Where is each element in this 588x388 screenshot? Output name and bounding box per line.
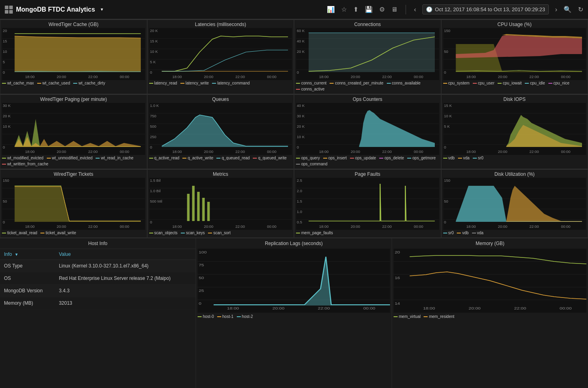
svg-text:150: 150	[444, 179, 450, 183]
svg-text:5: 5	[3, 60, 5, 64]
svg-text:1.0 K: 1.0 K	[150, 104, 159, 108]
svg-text:30 K: 30 K	[297, 114, 305, 118]
chart-wt-paging-title: WiredTiger Paging (per minute)	[2, 96, 145, 102]
chart-cpu-title: CPU Usage (%)	[443, 22, 586, 27]
chart-latencies-legend: latency_read latency_write latency_comma…	[149, 80, 292, 86]
svg-text:10: 10	[3, 50, 7, 54]
svg-text:10 K: 10 K	[444, 114, 452, 118]
svg-text:18:00: 18:00	[25, 225, 35, 229]
host-info-table: Info ▼ Value OS Type Linux (Kernel 3.10.…	[0, 249, 196, 310]
svg-text:22:00: 22:00	[529, 75, 539, 79]
svg-marker-177	[214, 257, 390, 306]
date-range-display[interactable]: 🕐 Oct 12, 2017 16:08:54 to Oct 13, 2017 …	[422, 4, 548, 14]
svg-text:00:00: 00:00	[414, 225, 423, 229]
chart-cpu-legend: cpu_system cpu_user cpu_iowait cpu_idle …	[443, 80, 586, 86]
svg-text:0: 0	[150, 70, 152, 74]
monitor-icon[interactable]: 🖥	[391, 6, 398, 13]
svg-text:20 K: 20 K	[297, 50, 305, 54]
logo-icon	[5, 6, 13, 14]
svg-text:75: 75	[199, 263, 204, 267]
svg-rect-135	[207, 202, 210, 221]
svg-text:18:00: 18:00	[319, 75, 329, 79]
svg-text:00:00: 00:00	[120, 225, 129, 229]
chart-disk-util-area: 150 50 0 18:00 20:00 22:00 00:00	[443, 178, 586, 230]
app-dropdown-caret[interactable]: ▼	[100, 7, 104, 12]
svg-text:100: 100	[199, 250, 207, 254]
svg-text:16: 16	[395, 276, 400, 280]
svg-text:18:00: 18:00	[466, 150, 476, 154]
svg-text:40 K: 40 K	[297, 39, 305, 43]
svg-text:0: 0	[3, 145, 5, 149]
svg-text:20:00: 20:00	[351, 150, 360, 154]
row-info: OS	[0, 272, 55, 285]
chart-disk-util-legend: sr0 vdb vda	[443, 230, 586, 236]
chart-ops-title: Ops Counters	[296, 96, 439, 102]
prev-icon[interactable]: ‹	[414, 6, 416, 13]
row-value: 32013	[55, 297, 196, 310]
svg-text:20 K: 20 K	[297, 125, 305, 129]
chart-disk-util: Disk Utilization (%) 150 50 0 18:00 20:0…	[441, 169, 588, 238]
svg-text:2.0: 2.0	[297, 189, 302, 193]
replication-legend: host-0 host-1 host-2	[196, 313, 392, 320]
row-value: Linux (Kernel 3.10.0-327.10.1.el7.x86_64…	[55, 260, 196, 272]
next-icon[interactable]: ›	[555, 6, 557, 13]
svg-text:500: 500	[150, 125, 156, 129]
row-value: 3.4.3	[55, 285, 196, 297]
refresh-icon[interactable]: ↻	[578, 6, 583, 13]
chart-queues-legend: q_active_read q_active_write q_queued_re…	[149, 155, 292, 161]
table-row: Memory (MB) 32013	[0, 297, 196, 310]
svg-text:20:00: 20:00	[57, 75, 66, 79]
chart-page-faults-area: 2.5 2.0 1.5 1.0 0.5 18:00 20:00 22:00 00…	[296, 178, 439, 230]
chart-latencies-area: 20 K 15 K 10 K 5 K 0 18:00 20:00 22:00 0…	[149, 28, 292, 80]
replication-chart-area: 100 75 50 25 0 18:00 20:00 22:00 00:00	[198, 249, 390, 313]
star-icon[interactable]: ☆	[341, 6, 347, 13]
svg-text:00:00: 00:00	[120, 150, 129, 154]
chart-wt-paging-area: 30 K 20 K 10 K 0 18:00 20:00 22:00 00:00	[2, 103, 145, 155]
chart-wt-cache: WiredTiger Cache (GB) 20 15 10 5 0	[0, 20, 147, 94]
svg-text:22:00: 22:00	[235, 150, 245, 154]
header-toolbar: 📊 ☆ ⬆ 💾 ⚙ 🖥 ‹ 🕐 Oct 12, 2017 16:08:54 to…	[327, 4, 583, 14]
svg-marker-163	[506, 186, 582, 222]
svg-text:15 K: 15 K	[150, 39, 158, 43]
svg-text:18:00: 18:00	[227, 306, 239, 310]
save-icon[interactable]: 💾	[365, 6, 373, 13]
col-info[interactable]: Info ▼	[0, 249, 55, 260]
share-icon[interactable]: ⬆	[353, 6, 358, 13]
chart-wt-cache-area: 20 15 10 5 0 18:00 20:00 22:00 0	[2, 28, 145, 80]
svg-text:20 K: 20 K	[150, 29, 158, 33]
svg-text:30 K: 30 K	[3, 104, 11, 108]
svg-text:1.0 Bil: 1.0 Bil	[150, 189, 160, 193]
chart-disk-iops: Disk IOPS 15 K 10 K 5 K 0 18:00 20:0	[441, 94, 588, 169]
replication-panel: Replication Lags (seconds) 100 75 50 25 …	[196, 238, 392, 388]
host-info-panel: Host Info Info ▼ Value OS Type Linux (Ke…	[0, 238, 196, 388]
svg-text:18:00: 18:00	[423, 306, 435, 310]
chart-connections-area: 60 K 40 K 20 K 0 18:00 20:00 22:00 00:00	[296, 28, 439, 80]
svg-text:750: 750	[150, 114, 156, 118]
svg-marker-9	[15, 36, 141, 72]
svg-text:22:00: 22:00	[529, 150, 539, 154]
svg-text:15 K: 15 K	[444, 104, 452, 108]
svg-text:25: 25	[199, 289, 204, 293]
row-info: OS Type	[0, 260, 55, 272]
svg-marker-118	[15, 186, 141, 222]
search-icon[interactable]: 🔍	[564, 6, 572, 13]
svg-text:18:00: 18:00	[25, 75, 35, 79]
clock-icon: 🕐	[426, 6, 432, 12]
chart-cpu: CPU Usage (%) 150 50 0	[441, 20, 588, 94]
svg-text:0: 0	[150, 145, 152, 149]
date-range-text: Oct 12, 2017 16:08:54 to Oct 13, 2017 00…	[435, 6, 545, 12]
svg-text:22:00: 22:00	[529, 225, 539, 229]
bottom-section: Host Info Info ▼ Value OS Type Linux (Ke…	[0, 238, 588, 388]
header: MongoDB FTDC Analytics ▼ 📊 ☆ ⬆ 💾 ⚙ 🖥 ‹ 🕐…	[0, 0, 588, 19]
chart-icon[interactable]: 📊	[327, 6, 335, 13]
memory-title: Memory (GB)	[392, 238, 588, 249]
memory-chart-area: 20 16 14 18:00 20:00 22:00 00:00	[394, 249, 586, 313]
svg-text:10 K: 10 K	[3, 125, 11, 129]
svg-text:22:00: 22:00	[88, 75, 98, 79]
svg-text:22:00: 22:00	[88, 150, 98, 154]
charts-row-2: WiredTiger Paging (per minute) 30 K 20 K…	[0, 94, 588, 169]
settings-icon[interactable]: ⚙	[379, 6, 385, 13]
chart-wt-paging: WiredTiger Paging (per minute) 30 K 20 K…	[0, 94, 147, 169]
svg-text:20:00: 20:00	[57, 150, 66, 154]
svg-text:20:00: 20:00	[204, 225, 213, 229]
